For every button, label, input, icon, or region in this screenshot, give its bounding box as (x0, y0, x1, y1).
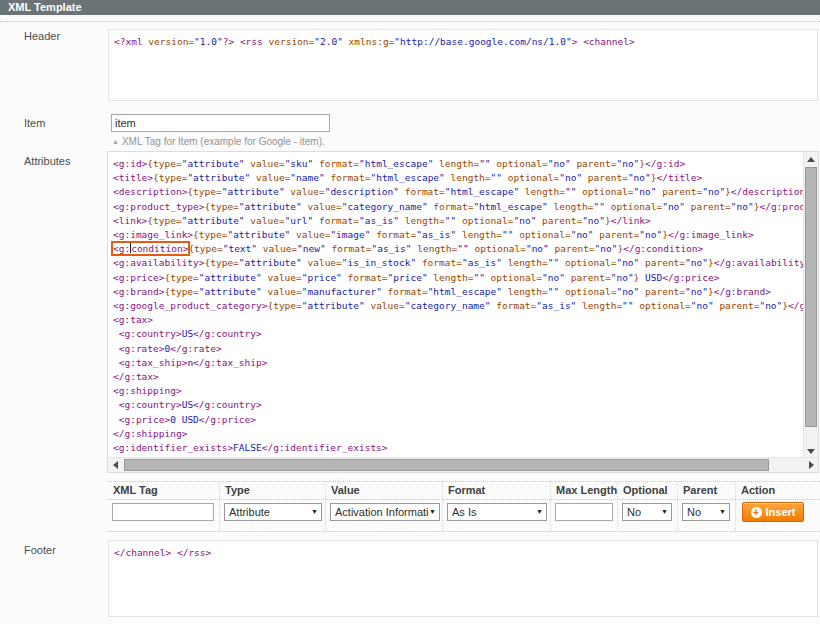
max-length-input[interactable] (555, 503, 613, 521)
panel-title-bar: XML Template (0, 0, 820, 15)
header-template-field[interactable]: <?xml version="1.0"?> <rss version="2.0"… (108, 29, 818, 101)
dropdown-arrow-icon: ▼ (311, 504, 318, 520)
attributes-horizontal-scrollbar[interactable] (108, 457, 818, 472)
parent-header: Parent (683, 484, 717, 496)
code-line: <g:id>{type="attribute" value="sku" form… (113, 157, 809, 171)
parent-selected-value: No (687, 506, 701, 518)
code-line: <g:product_type>{type="attribute" value=… (113, 200, 809, 214)
arrow-up-icon (807, 157, 815, 162)
code-line: <g:condition>{type="text" value="new" fo… (113, 242, 809, 256)
xml-tag-header: XML Tag (113, 484, 158, 496)
dropdown-arrow-icon: ▼ (536, 504, 543, 520)
code-line: <g:rate>0</g:rate> (113, 342, 809, 356)
code-line: <g:brand>{type="attribute" value="manufa… (113, 285, 809, 299)
header-section-label: Header (24, 30, 60, 42)
arrow-right-icon (809, 461, 814, 469)
item-note-text: XML Tag for Item (example for Google - i… (122, 136, 325, 147)
insert-button[interactable]: + Insert (742, 502, 804, 522)
attributes-template-editor[interactable]: <g:id>{type="attribute" value="sku" form… (107, 151, 819, 473)
panel-title: XML Template (8, 1, 82, 13)
arrow-down-icon (807, 449, 815, 454)
column-xml-tag: XML Tag (108, 481, 220, 531)
code-line: <g:tax_ship>n</g:tax_ship> (113, 356, 809, 370)
type-header: Type (225, 484, 250, 496)
scroll-right-button[interactable] (804, 458, 818, 472)
code-line: </g:tax> (113, 370, 809, 384)
xml-tag-input[interactable] (112, 503, 214, 521)
title-separator (0, 21, 820, 22)
note-triangle-icon: ▲ (112, 138, 119, 145)
action-header: Action (741, 484, 775, 496)
footer-section-label: Footer (24, 544, 56, 556)
arrow-left-icon (113, 461, 118, 469)
code-line: <g:tax> (113, 313, 809, 327)
attributes-code-area[interactable]: <g:id>{type="attribute" value="sku" form… (108, 152, 814, 463)
attributes-vertical-scrollbar[interactable] (803, 152, 818, 458)
optional-selected-value: No (627, 506, 641, 518)
dropdown-arrow-icon: ▼ (661, 504, 668, 520)
header-template-code: <?xml version="1.0"?> <rss version="2.0"… (109, 30, 817, 100)
vertical-scroll-thumb[interactable] (805, 167, 817, 427)
code-line: <g:availability>{type="attribute" value=… (113, 256, 809, 270)
item-section-label: Item (24, 117, 45, 129)
code-line: <g:google_product_category>{type="attrib… (113, 299, 809, 313)
insert-button-label: Insert (766, 506, 796, 518)
code-line: <link>{type="attribute" value="url" form… (113, 214, 809, 228)
code-line: <description>{type="attribute" value="de… (113, 185, 809, 199)
code-line: <g:shipping> (113, 384, 809, 398)
insert-attribute-row: XML Tag Type Attribute ▼ Value Activatio… (108, 481, 820, 531)
scroll-up-button[interactable] (804, 152, 818, 166)
code-line: <g:price>0 USD</g:price> (113, 413, 809, 427)
code-line: <title>{type="attribute" value="name" fo… (113, 171, 809, 185)
format-select[interactable]: As Is ▼ (447, 503, 547, 521)
format-selected-value: As Is (452, 506, 476, 518)
code-line: <g:country>US</g:country> (113, 398, 809, 412)
code-line: <g:identifier_exists>FALSE</g:identifier… (113, 441, 809, 455)
footer-template-field[interactable]: </channel> </rss> (108, 540, 818, 617)
code-line: </g:shipping> (113, 427, 809, 441)
scroll-down-button[interactable] (804, 444, 818, 458)
column-action: Action + Insert (736, 481, 820, 531)
plus-icon: + (751, 507, 762, 518)
format-header: Format (448, 484, 485, 496)
parent-select[interactable]: No ▼ (682, 503, 730, 521)
dropdown-arrow-icon: ▼ (719, 504, 726, 520)
max-length-header: Max Length (556, 484, 617, 496)
condition-tag-highlight: <g:condition> (113, 243, 188, 254)
item-tag-input[interactable] (111, 114, 330, 132)
type-select[interactable]: Attribute ▼ (224, 503, 322, 521)
value-header: Value (331, 484, 360, 496)
item-note: ▲XML Tag for Item (example for Google - … (112, 136, 325, 147)
scroll-left-button[interactable] (108, 458, 122, 472)
optional-select[interactable]: No ▼ (622, 503, 672, 521)
column-max-length: Max Length (551, 481, 618, 531)
horizontal-scroll-thumb[interactable] (124, 459, 769, 471)
footer-template-code: </channel> </rss> (109, 541, 817, 616)
column-optional: Optional No ▼ (618, 481, 678, 531)
column-value: Value Activation Informatio ▼ (326, 481, 443, 531)
attributes-section-label: Attributes (24, 155, 70, 167)
code-line: <g:image_link>{type="attribute" value="i… (113, 228, 809, 242)
table-bottom-divider (108, 531, 820, 532)
optional-header: Optional (623, 484, 668, 496)
type-selected-value: Attribute (229, 506, 270, 518)
value-selected-value: Activation Informatio (335, 506, 435, 518)
code-line: <g:country>US</g:country> (113, 327, 809, 341)
value-select[interactable]: Activation Informatio ▼ (330, 503, 440, 521)
column-parent: Parent No ▼ (678, 481, 736, 531)
code-line: <g:price>{type="attribute" value="price"… (113, 271, 809, 285)
dropdown-arrow-icon: ▼ (429, 504, 436, 520)
column-type: Type Attribute ▼ (220, 481, 326, 531)
column-format: Format As Is ▼ (443, 481, 551, 531)
